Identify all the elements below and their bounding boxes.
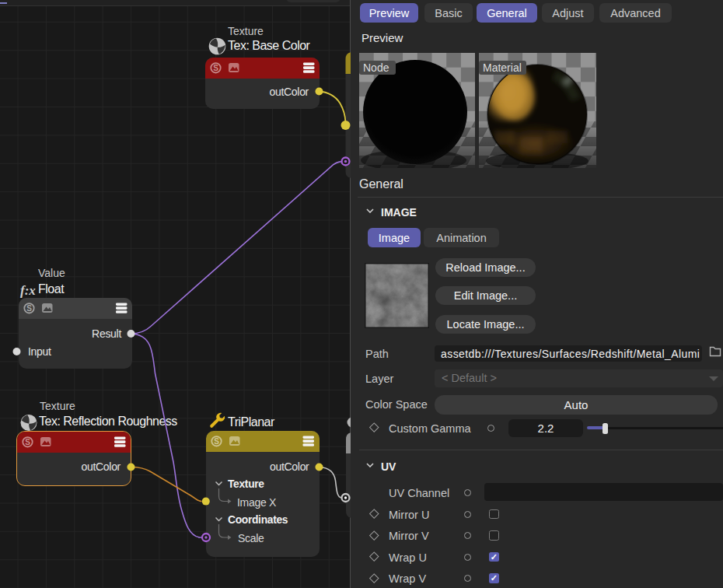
svg-text:S: S bbox=[25, 438, 30, 446]
svg-text:Node: Node bbox=[363, 61, 389, 74]
svg-text:S: S bbox=[26, 304, 32, 313]
svg-text:Material: Material bbox=[483, 61, 522, 74]
svg-text:S: S bbox=[214, 437, 219, 446]
svg-text:S: S bbox=[213, 64, 218, 72]
svg-text:f:x: f:x bbox=[20, 283, 36, 298]
